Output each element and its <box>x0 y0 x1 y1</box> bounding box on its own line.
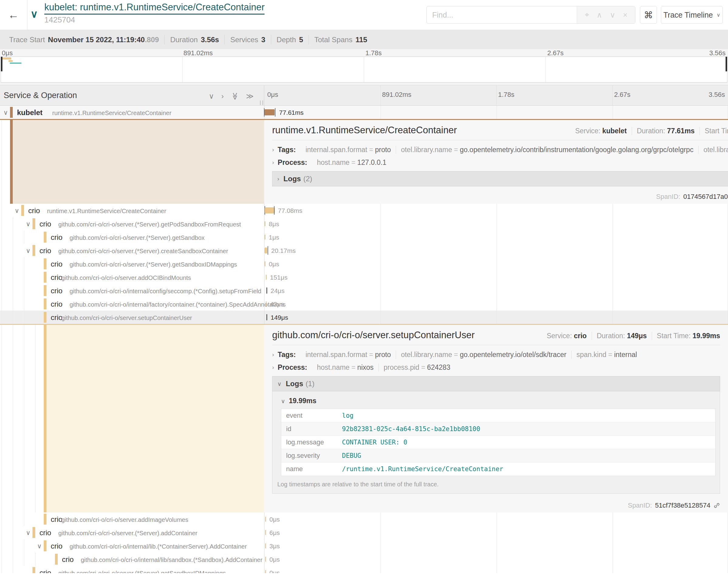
span-operation[interactable]: runtime.v1.RuntimeService/CreateContaine… <box>52 110 171 116</box>
span-service[interactable]: crio <box>28 206 40 215</box>
span-timeline-cell[interactable]: 151μs <box>264 270 728 284</box>
span-bar[interactable] <box>265 221 265 226</box>
trace-title-link[interactable]: kubelet: runtime.v1.RuntimeService/Creat… <box>44 2 265 14</box>
view-selector-button[interactable]: Trace Timeline ∨ <box>661 6 723 24</box>
expand-one-icon[interactable]: › <box>222 92 224 100</box>
span-operation[interactable]: github.com/cri-o/cri-o/server.addOCIBind… <box>61 274 191 281</box>
span-bar[interactable] <box>266 301 267 306</box>
span-timeline-cell[interactable]: 0μs <box>264 566 728 573</box>
span-row[interactable]: crio github.com/cri-o/cri-o/server.addOC… <box>0 270 728 284</box>
span-bar[interactable] <box>266 275 267 280</box>
span-operation[interactable]: github.com/cri-o/cri-o/server.addImageVo… <box>61 516 188 523</box>
span-service[interactable]: crio <box>39 529 51 537</box>
span-operation[interactable]: github.com/cri-o/cri-o/server.(*Server).… <box>58 248 228 255</box>
span-timeline-cell[interactable]: 43μs <box>264 297 728 311</box>
span-service[interactable]: crio <box>51 260 63 268</box>
expand-all-icon[interactable]: ≫ <box>246 92 254 100</box>
span-operation[interactable]: github.com/cri-o/cri-o/server.(*Server).… <box>58 221 241 228</box>
span-bar[interactable] <box>265 109 274 115</box>
span-row[interactable]: ∨ crio runtime.v1.RuntimeService/CreateC… <box>0 204 728 217</box>
span-row[interactable]: crio github.com/cri-o/cri-o/internal/fac… <box>0 297 728 311</box>
span-service[interactable]: crio <box>51 515 63 524</box>
span-service[interactable]: crio <box>51 273 63 282</box>
span-timeline-cell[interactable]: 0μs <box>264 552 728 566</box>
span-timeline-cell[interactable]: 0μs <box>264 257 728 270</box>
logs-toggle[interactable]: › Logs (2) <box>272 171 728 187</box>
prev-result-icon[interactable]: ∧ <box>596 11 602 20</box>
span-timeline-cell[interactable]: 77.08ms <box>264 204 728 217</box>
span-row[interactable]: crio github.com/cri-o/cri-o/internal/lib… <box>0 552 728 566</box>
span-row[interactable]: ∨ crio github.com/cri-o/cri-o/server.(*S… <box>0 526 728 539</box>
tags-row[interactable]: › Tags: internal.span.format=proto otel.… <box>272 348 720 361</box>
span-timeline-cell[interactable]: 1μs <box>264 230 728 244</box>
span-bar[interactable] <box>265 261 265 266</box>
collapse-one-icon[interactable]: ∨ <box>209 92 214 100</box>
span-timeline-cell[interactable]: 8μs <box>264 217 728 230</box>
span-row[interactable]: ∨ crio github.com/cri-o/cri-o/server.(*S… <box>0 217 728 230</box>
logs-toggle[interactable]: ∨ Logs (1) <box>272 376 720 391</box>
span-bar[interactable] <box>265 517 266 521</box>
span-timeline-cell[interactable]: 6μs <box>264 526 728 539</box>
span-service[interactable]: crio <box>62 555 74 564</box>
span-timeline-cell[interactable]: 0μs <box>264 512 728 526</box>
span-timeline-cell[interactable]: 77.61ms <box>264 106 728 119</box>
chevron-down-icon[interactable]: ∨ <box>3 109 8 116</box>
find-input[interactable] <box>427 6 577 23</box>
chevron-down-icon[interactable]: ∨ <box>26 221 30 228</box>
span-operation[interactable]: runtime.v1.RuntimeService/CreateContaine… <box>47 208 166 215</box>
span-bar[interactable] <box>266 288 267 294</box>
span-row[interactable]: crio github.com/cri-o/cri-o/server.(*Ser… <box>0 566 728 573</box>
clear-search-icon[interactable]: × <box>623 11 627 20</box>
span-service[interactable]: crio <box>51 542 63 550</box>
tags-row[interactable]: › Tags: internal.span.format=proto otel.… <box>272 143 728 156</box>
span-bar[interactable] <box>265 530 266 535</box>
back-button[interactable]: ← <box>0 0 27 30</box>
span-operation[interactable]: github.com/cri-o/cri-o/server.setupConta… <box>61 314 192 322</box>
span-service[interactable]: crio <box>51 313 63 322</box>
process-row[interactable]: › Process: host.name=nixos process.pid=6… <box>272 361 720 374</box>
span-service[interactable]: kubelet <box>17 108 42 117</box>
span-operation[interactable]: github.com/cri-o/cri-o/internal/factory/… <box>70 301 286 308</box>
timeline-minimap[interactable] <box>1 57 727 82</box>
span-service[interactable]: crio <box>51 233 63 242</box>
span-row[interactable]: crio github.com/cri-o/cri-o/server.(*Ser… <box>0 230 728 244</box>
span-timeline-cell[interactable]: 24μs <box>264 284 728 297</box>
trace-collapse-icon[interactable]: ∨ <box>30 8 38 20</box>
deep-link-icon[interactable] <box>714 502 720 509</box>
next-result-icon[interactable]: ∨ <box>610 11 615 20</box>
span-row[interactable]: ∨ crio github.com/cri-o/cri-o/server.(*S… <box>0 244 728 257</box>
span-row[interactable]: crio github.com/cri-o/cri-o/server.addIm… <box>0 512 728 526</box>
span-service[interactable]: crio <box>51 286 63 295</box>
span-operation[interactable]: github.com/cri-o/cri-o/server.(*Server).… <box>58 570 226 573</box>
span-bar[interactable] <box>265 557 266 562</box>
span-service[interactable]: crio <box>39 220 51 228</box>
span-operation[interactable]: github.com/cri-o/cri-o/server.(*Server).… <box>58 530 197 537</box>
span-bar[interactable] <box>265 543 266 548</box>
minimap-right-handle[interactable] <box>726 57 727 71</box>
span-operation[interactable]: github.com/cri-o/cri-o/internal/lib/sand… <box>81 556 262 564</box>
chevron-down-icon[interactable]: ∨ <box>14 207 19 214</box>
span-timeline-cell[interactable]: 20.17ms <box>264 244 728 257</box>
chevron-down-icon[interactable]: ∨ <box>26 247 30 255</box>
span-operation[interactable]: github.com/cri-o/cri-o/server.(*Server).… <box>70 234 205 241</box>
collapse-all-icon[interactable]: ≫ <box>231 92 239 100</box>
span-service[interactable]: crio <box>39 569 51 573</box>
span-timeline-cell[interactable]: 3μs <box>264 539 728 552</box>
span-bar[interactable] <box>265 570 266 573</box>
chevron-down-icon[interactable]: ∨ <box>37 543 42 550</box>
span-bar[interactable] <box>266 314 267 320</box>
span-operation[interactable]: github.com/cri-o/cri-o/server.(*Server).… <box>70 261 237 268</box>
span-operation[interactable]: github.com/cri-o/cri-o/internal/config/s… <box>70 288 261 295</box>
span-timeline-cell[interactable]: 149μs <box>264 311 728 324</box>
span-service[interactable]: crio <box>51 300 63 308</box>
span-row[interactable]: crio github.com/cri-o/cri-o/internal/con… <box>0 284 728 297</box>
span-service[interactable]: crio <box>39 246 51 255</box>
span-row-kubelet-root[interactable]: ∨ kubelet runtime.v1.RuntimeService/Crea… <box>0 106 728 119</box>
minimap-left-handle[interactable] <box>1 57 2 71</box>
span-row-selected[interactable]: crio github.com/cri-o/cri-o/server.setup… <box>0 311 728 324</box>
span-row[interactable]: crio github.com/cri-o/cri-o/server.(*Ser… <box>0 257 728 270</box>
keyboard-shortcuts-button[interactable]: ⌘ <box>640 6 657 24</box>
process-row[interactable]: › Process: host.name=127.0.0.1 <box>272 156 728 169</box>
span-operation[interactable]: github.com/cri-o/cri-o/internal/lib.(*Co… <box>70 543 247 550</box>
span-bar[interactable] <box>265 235 265 240</box>
